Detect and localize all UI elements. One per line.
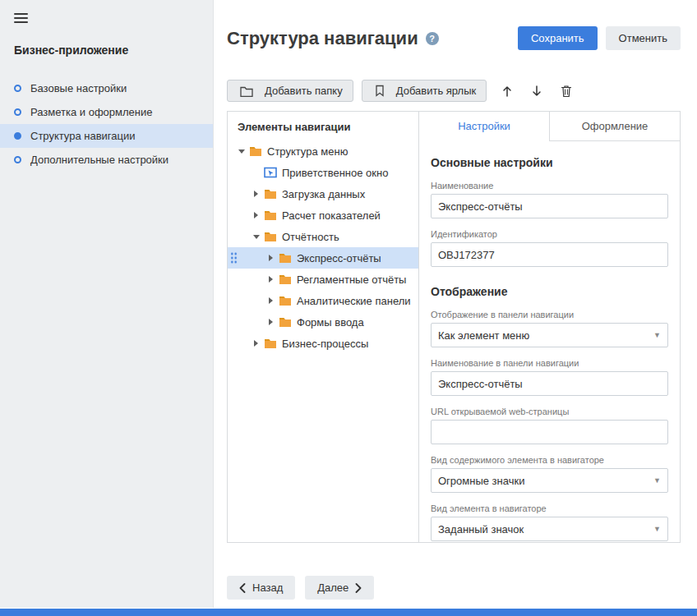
- sidebar-item-additional-settings[interactable]: Дополнительные настройки: [0, 148, 213, 172]
- sidebar-item-basic-settings[interactable]: Базовые настройки: [0, 76, 213, 100]
- folder-icon: [264, 189, 277, 200]
- next-button[interactable]: Далее: [305, 576, 374, 600]
- sidebar: Бизнес-приложение Базовые настройки Разм…: [0, 0, 214, 608]
- content-view-label: Вид содержимого элемента в навигаторе: [431, 455, 668, 465]
- nav-name-field-group: Наименование в панели навигации: [431, 358, 668, 396]
- page-title: Структура навигации: [227, 28, 418, 49]
- folder-icon: [249, 146, 262, 157]
- tree-item-regulated-reports[interactable]: Регламентные отчёты: [228, 269, 418, 290]
- content-view-value: Огромные значки: [438, 475, 524, 487]
- element-view-select[interactable]: Заданный значок ▼: [431, 517, 668, 541]
- name-field-label: Наименование: [431, 181, 668, 191]
- tree-item-reporting[interactable]: Отчётность: [228, 226, 418, 247]
- tree-item-input-forms[interactable]: Формы ввода: [228, 311, 418, 333]
- tree-item-label: Аналитические панели: [297, 295, 411, 307]
- sidebar-item-label: Дополнительные настройки: [30, 154, 168, 166]
- step-circle-icon: [14, 108, 21, 116]
- caret-right-icon[interactable]: [251, 191, 261, 197]
- sidebar-item-label: Разметка и оформление: [30, 106, 152, 118]
- caret-down-icon[interactable]: [251, 235, 261, 239]
- caret-right-icon[interactable]: [265, 297, 276, 304]
- tree-item-label: Загрузка данных: [282, 188, 365, 200]
- step-circle-icon: [14, 156, 21, 163]
- bottom-accent-bar: [0, 609, 697, 616]
- identifier-input[interactable]: [431, 242, 668, 267]
- move-up-button[interactable]: [498, 81, 516, 101]
- settings-panel: Настройки Оформление Основные настройки …: [418, 111, 681, 543]
- caret-right-icon[interactable]: [265, 319, 276, 325]
- tree-item-business-processes[interactable]: Бизнес-процессы: [228, 333, 418, 354]
- folder-icon: [279, 296, 292, 306]
- name-input[interactable]: [431, 194, 668, 218]
- app-window: Бизнес-приложение Базовые настройки Разм…: [0, 0, 697, 616]
- app-title: Бизнес-приложение: [14, 44, 199, 57]
- move-down-button[interactable]: [528, 81, 546, 101]
- add-shortcut-label: Добавить ярлык: [396, 85, 477, 97]
- main-content: Структура навигации ? Сохранить Отменить…: [214, 0, 697, 608]
- add-folder-button[interactable]: Добавить папку: [227, 80, 353, 102]
- element-view-field-group: Вид элемента в навигаторе Заданный значо…: [431, 503, 668, 541]
- folder-icon: [264, 210, 277, 221]
- cancel-button[interactable]: Отменить: [606, 26, 681, 50]
- tree-item-label: Формы ввода: [297, 316, 364, 329]
- welcome-window-icon: [264, 167, 277, 178]
- folder-icon: [279, 317, 292, 328]
- chevron-left-icon: [239, 583, 246, 593]
- tree-item-label: Приветственное окно: [282, 167, 388, 179]
- tree-item-indicator-calculation[interactable]: Расчет показателей: [228, 205, 418, 226]
- tree-item-menu-structure[interactable]: Структура меню: [228, 140, 418, 162]
- element-view-label: Вид элемента в навигаторе: [431, 503, 668, 513]
- tree-header: Элементы навигации: [228, 112, 418, 140]
- display-mode-field-group: Отображение в панели навигации Как элеме…: [431, 310, 668, 347]
- folder-icon: [264, 338, 277, 349]
- add-shortcut-button[interactable]: Добавить ярлык: [362, 80, 487, 102]
- display-mode-select[interactable]: Как элемент меню ▼: [431, 323, 668, 347]
- step-circle-icon: [14, 85, 21, 92]
- back-label: Назад: [252, 582, 283, 594]
- add-folder-icon: [240, 85, 253, 97]
- sidebar-item-layout-appearance[interactable]: Разметка и оформление: [0, 100, 213, 124]
- url-input[interactable]: [431, 420, 668, 444]
- delete-button[interactable]: [557, 81, 575, 101]
- tree-item-data-loading[interactable]: Загрузка данных: [228, 183, 418, 205]
- name-field-group: Наименование: [431, 181, 668, 218]
- drag-handle-icon[interactable]: [230, 252, 238, 264]
- section-title-display: Отображение: [431, 285, 668, 298]
- next-label: Далее: [317, 582, 348, 594]
- toolbar: Добавить папку Добавить ярлык: [227, 80, 681, 102]
- tab-appearance[interactable]: Оформление: [549, 112, 680, 140]
- save-button[interactable]: Сохранить: [518, 26, 598, 50]
- tree-item-label: Расчет показателей: [282, 209, 381, 222]
- help-icon[interactable]: ?: [426, 32, 439, 45]
- sidebar-item-label: Базовые настройки: [30, 82, 127, 94]
- back-button[interactable]: Назад: [227, 576, 295, 600]
- caret-right-icon[interactable]: [265, 276, 276, 283]
- wizard-steps: Базовые настройки Разметка и оформление …: [0, 76, 213, 172]
- content-view-select[interactable]: Огромные значки ▼: [431, 468, 668, 493]
- chevron-right-icon: [355, 583, 362, 593]
- folder-icon: [264, 232, 277, 242]
- element-view-value: Заданный значок: [438, 523, 524, 536]
- display-mode-label: Отображение в панели навигации: [431, 310, 668, 319]
- hamburger-menu-icon[interactable]: [14, 11, 28, 27]
- tree-item-express-reports[interactable]: Экспресс-отчёты: [228, 247, 418, 269]
- tab-settings[interactable]: Настройки: [419, 112, 549, 141]
- sidebar-item-navigation-structure[interactable]: Структура навигации: [0, 124, 213, 148]
- caret-down-icon[interactable]: [236, 149, 247, 154]
- tree-item-analytic-panels[interactable]: Аналитические панели: [228, 290, 418, 311]
- caret-right-icon[interactable]: [265, 255, 276, 261]
- step-circle-icon: [14, 132, 21, 140]
- nav-name-input[interactable]: [431, 371, 668, 396]
- arrow-up-icon: [501, 85, 513, 98]
- add-shortcut-icon: [375, 85, 385, 97]
- identifier-field-label: Идентификатор: [431, 229, 668, 239]
- section-title-main: Основные настройки: [431, 156, 668, 169]
- display-mode-value: Как элемент меню: [438, 329, 529, 342]
- wizard-footer: Назад Далее: [227, 576, 681, 600]
- tree-item-welcome-window[interactable]: Приветственное окно: [228, 162, 418, 183]
- caret-right-icon[interactable]: [251, 212, 261, 218]
- nav-name-label: Наименование в панели навигации: [431, 358, 668, 368]
- caret-right-icon[interactable]: [251, 340, 261, 347]
- add-folder-label: Добавить папку: [265, 85, 343, 97]
- tree-item-label: Регламентные отчёты: [297, 274, 406, 286]
